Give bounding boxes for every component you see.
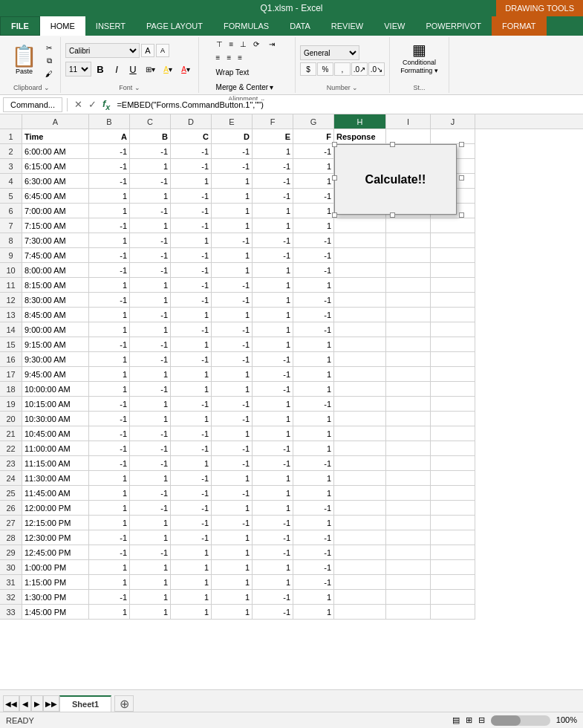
cell-a[interactable]: -1: [89, 263, 130, 278]
cell-i[interactable]: [386, 605, 431, 620]
cell-b[interactable]: 1: [130, 159, 171, 174]
cell-i[interactable]: [386, 501, 431, 516]
cell-b[interactable]: 1: [130, 530, 171, 545]
cell-b[interactable]: 1: [130, 367, 171, 382]
cell-a[interactable]: -1: [89, 426, 130, 441]
cell-b[interactable]: -1: [130, 486, 171, 501]
cell-a[interactable]: 1: [89, 308, 130, 322]
cell-a[interactable]: 1: [89, 560, 130, 575]
cell-g[interactable]: [334, 441, 386, 456]
cell-time[interactable]: 11:45:00 AM: [22, 486, 89, 501]
cell-time[interactable]: 9:15:00 AM: [22, 337, 89, 352]
cell-d[interactable]: 1: [212, 530, 253, 545]
cell-j[interactable]: [431, 560, 475, 575]
cell-j[interactable]: [431, 308, 475, 322]
cell-b[interactable]: 1: [130, 218, 171, 233]
sheet-tab-sheet1[interactable]: Sheet1: [59, 695, 111, 712]
cell-time[interactable]: 1:00:00 PM: [22, 560, 89, 575]
align-top-button[interactable]: ⊤: [213, 39, 226, 50]
cell-e[interactable]: 1: [253, 412, 293, 426]
cell-i[interactable]: [386, 278, 431, 293]
cell-f[interactable]: -1: [293, 293, 334, 308]
cell-g[interactable]: [334, 545, 386, 560]
col-header-E[interactable]: E: [212, 114, 253, 129]
handle-0[interactable]: [332, 142, 337, 147]
conditional-formatting-button[interactable]: ▦ ConditionalFormatting ▾: [395, 39, 443, 77]
cell-f[interactable]: -1: [293, 575, 334, 590]
cell-d[interactable]: 1: [212, 560, 253, 575]
cell-c[interactable]: 1: [171, 308, 212, 322]
percent-button[interactable]: %: [317, 62, 333, 76]
cell-f[interactable]: 1: [293, 352, 334, 367]
col-header-I[interactable]: I: [386, 114, 431, 129]
cell-time[interactable]: 10:15:00 AM: [22, 397, 89, 412]
cell-b[interactable]: -1: [130, 174, 171, 189]
cell-b[interactable]: 1: [130, 293, 171, 308]
zoom-slider[interactable]: [491, 715, 550, 726]
cell-c[interactable]: -1: [171, 530, 212, 545]
cell-d[interactable]: -1: [212, 337, 253, 352]
cell-time[interactable]: 9:45:00 AM: [22, 367, 89, 382]
cell-e[interactable]: -1: [253, 516, 293, 530]
cell-d[interactable]: -1: [212, 159, 253, 174]
cell-g[interactable]: [334, 308, 386, 322]
cell-e[interactable]: -1: [253, 456, 293, 471]
cell-g[interactable]: [334, 367, 386, 382]
cell-d[interactable]: 1: [212, 575, 253, 590]
cell-e[interactable]: -1: [253, 382, 293, 397]
decimal-decrease-button[interactable]: .0↘: [368, 62, 385, 76]
cell-i[interactable]: [386, 575, 431, 590]
cell-g[interactable]: [334, 426, 386, 441]
col-header-G[interactable]: G: [293, 114, 334, 129]
cell-g[interactable]: [334, 293, 386, 308]
cell-i[interactable]: [386, 248, 431, 263]
cell-c[interactable]: -1: [171, 471, 212, 486]
cell-f[interactable]: -1: [293, 144, 334, 159]
cell-a[interactable]: 1: [89, 322, 130, 337]
cell-b[interactable]: -1: [130, 352, 171, 367]
cell-e[interactable]: 1: [253, 575, 293, 590]
cell-time[interactable]: 12:00:00 PM: [22, 501, 89, 516]
cell-c[interactable]: 1: [171, 590, 212, 605]
cell-f[interactable]: -1: [293, 530, 334, 545]
cell-f[interactable]: 1: [293, 441, 334, 456]
cell-i[interactable]: [386, 412, 431, 426]
cell-i[interactable]: [386, 471, 431, 486]
cell-d[interactable]: -1: [212, 486, 253, 501]
drawing-tools-tab[interactable]: DRAWING TOOLS: [496, 0, 583, 16]
handle-4[interactable]: [459, 212, 464, 218]
cell-e[interactable]: 1: [253, 322, 293, 337]
cell-e[interactable]: 1: [253, 501, 293, 516]
cell-e[interactable]: 1: [253, 471, 293, 486]
cell-i[interactable]: [386, 516, 431, 530]
cell-a[interactable]: -1: [89, 412, 130, 426]
cell-i[interactable]: [386, 293, 431, 308]
cell-e[interactable]: 1: [253, 144, 293, 159]
header-J[interactable]: [431, 129, 475, 144]
cell-b[interactable]: 1: [130, 471, 171, 486]
cell-b[interactable]: 1: [130, 590, 171, 605]
cell-g[interactable]: [334, 605, 386, 620]
cell-a[interactable]: -1: [89, 530, 130, 545]
cell-b[interactable]: -1: [130, 456, 171, 471]
cell-c[interactable]: -1: [171, 501, 212, 516]
italic-button[interactable]: I: [109, 62, 124, 77]
cell-e[interactable]: -1: [253, 590, 293, 605]
cell-f[interactable]: 1: [293, 382, 334, 397]
font-size-increase[interactable]: A: [156, 44, 169, 57]
cell-e[interactable]: 1: [253, 293, 293, 308]
cell-d[interactable]: -1: [212, 233, 253, 248]
cell-j[interactable]: [431, 605, 475, 620]
cell-time[interactable]: 1:30:00 PM: [22, 590, 89, 605]
cell-a[interactable]: -1: [89, 159, 130, 174]
cell-d[interactable]: 1: [212, 204, 253, 218]
cell-j[interactable]: [431, 456, 475, 471]
number-format-select[interactable]: General: [300, 45, 359, 60]
paste-button[interactable]: 📋 Paste: [7, 44, 41, 77]
cell-e[interactable]: 1: [253, 204, 293, 218]
cell-b[interactable]: 1: [130, 560, 171, 575]
cell-time[interactable]: 11:00:00 AM: [22, 441, 89, 456]
cell-g[interactable]: [334, 516, 386, 530]
cell-f[interactable]: -1: [293, 456, 334, 471]
cell-e[interactable]: 1: [253, 486, 293, 501]
